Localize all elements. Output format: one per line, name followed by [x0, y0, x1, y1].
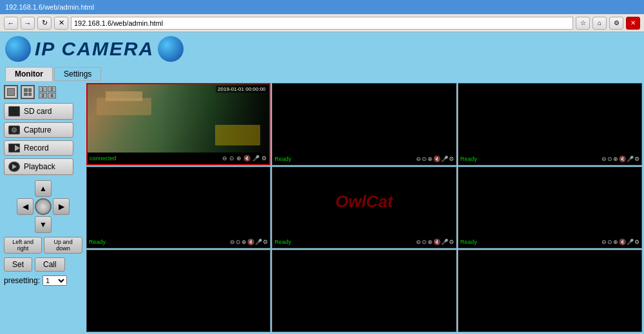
camera-cell-6[interactable]: Ready ⊖ ⊙ ⊕ 🔇 🎤 ⚙ — [458, 167, 642, 249]
tools-button[interactable]: ⚙ — [609, 17, 623, 30]
ctrl-gear-3[interactable]: ⚙ — [634, 156, 639, 162]
camera-controls-4: ⊖ ⊙ ⊕ 🔇 🎤 ⚙ — [230, 239, 268, 245]
up-down-button[interactable]: Up and down — [44, 237, 82, 254]
set-call-row: Set Call — [4, 257, 82, 272]
ptz-label-row: Left and right Up and down — [4, 237, 82, 254]
ctrl-circle-3[interactable]: ⊙ — [607, 156, 612, 162]
num-1[interactable]: 1 — [39, 86, 47, 92]
ctrl-mic-1[interactable]: 🎤 — [252, 155, 260, 162]
forward-button[interactable]: → — [21, 17, 35, 30]
ctrl-sound-2[interactable]: 🔇 — [433, 156, 440, 162]
bookmark-button[interactable]: ☆ — [576, 17, 590, 30]
camera-statusbar-3: Ready ⊖ ⊙ ⊕ 🔇 🎤 ⚙ — [459, 153, 641, 165]
set-button[interactable]: Set — [4, 257, 32, 272]
camera-cell-5[interactable]: OwlCat Ready ⊖ ⊙ ⊕ 🔇 🎤 ⚙ — [272, 167, 456, 249]
presetting-label: presetting: — [4, 276, 40, 285]
camera-feed-9 — [459, 250, 641, 320]
ctrl-mic-2[interactable]: 🎤 — [441, 156, 448, 162]
logo-text: IP CAMERA — [35, 38, 154, 60]
ptz-up-button[interactable]: ▲ — [35, 180, 52, 197]
camera-cell-3[interactable]: Ready ⊖ ⊙ ⊕ 🔇 🎤 ⚙ — [458, 83, 642, 165]
record-label: Record — [24, 144, 49, 153]
camera-statusbar-2: Ready ⊖ ⊙ ⊕ 🔇 🎤 ⚙ — [272, 153, 455, 165]
camera-feed-6 — [459, 167, 641, 237]
ctrl-plus-2[interactable]: ⊕ — [428, 156, 433, 162]
playback-button[interactable]: Playback — [4, 158, 73, 175]
timestamp-1: 2019-01-01 00:00:00 — [216, 86, 267, 93]
left-right-button[interactable]: Left and right — [4, 237, 42, 254]
num-2[interactable]: 2 — [48, 86, 56, 92]
browser-title-text: 192.168.1.6/web/admin.html — [5, 3, 94, 11]
main-content: 1 2 3 4 SD card Capture — [0, 81, 644, 334]
camera-icon — [8, 125, 20, 135]
single-view-btn[interactable] — [4, 85, 18, 99]
ctrl-minus-2[interactable]: ⊖ — [416, 156, 421, 162]
camera-feed-5: OwlCat — [272, 167, 455, 237]
watermark-5: OwlCat — [336, 192, 393, 212]
camera-feed-7 — [87, 250, 270, 320]
camera-status-4: Ready — [89, 239, 106, 245]
capture-label: Capture — [24, 125, 52, 135]
num-3[interactable]: 3 — [39, 93, 47, 98]
ctrl-minus-1[interactable]: ⊖ — [222, 155, 228, 162]
call-button[interactable]: Call — [35, 257, 65, 272]
camera-status-1: connected — [90, 155, 117, 162]
playback-icon — [8, 162, 20, 172]
ctrl-circle-1[interactable]: ⊙ — [229, 155, 235, 162]
playback-label: Playback — [24, 162, 55, 171]
ctrl-sound-3[interactable]: 🔇 — [619, 156, 626, 162]
back-button[interactable]: ← — [4, 17, 18, 30]
ctrl-circle-2[interactable]: ⊙ — [422, 156, 427, 162]
sd-card-button[interactable]: SD card — [4, 103, 73, 120]
camera-feed-1: 2019-01-01 00:00:00 — [88, 84, 269, 153]
home-button[interactable]: ⌂ — [592, 17, 607, 30]
ptz-left-button[interactable]: ◀ — [17, 198, 33, 215]
browser-titlebar: 192.168.1.6/web/admin.html — [0, 0, 644, 14]
camera-controls-6: ⊖ ⊙ ⊕ 🔇 🎤 ⚙ — [601, 239, 639, 245]
camera-cell-4[interactable]: Ready ⊖ ⊙ ⊕ 🔇 🎤 ⚙ — [86, 167, 270, 249]
sidebar: 1 2 3 4 SD card Capture — [2, 83, 84, 332]
tab-settings[interactable]: Settings — [54, 67, 101, 81]
camera-status-3: Ready — [460, 156, 477, 162]
camera-cell-1[interactable]: 2019-01-01 00:00:00 connected ⊖ ⊙ ⊕ 🔇 🎤 … — [86, 83, 270, 165]
camera-cell-7[interactable]: Ready — [86, 250, 270, 332]
ctrl-minus-3[interactable]: ⊖ — [601, 156, 607, 162]
address-bar[interactable] — [71, 17, 573, 30]
sd-card-label: SD card — [24, 107, 52, 116]
camera-controls-1: ⊖ ⊙ ⊕ 🔇 🎤 ⚙ — [222, 155, 267, 162]
camera-statusbar-4: Ready ⊖ ⊙ ⊕ 🔇 🎤 ⚙ — [87, 236, 270, 248]
stop-button[interactable]: ✕ — [54, 17, 68, 30]
tab-monitor[interactable]: Monitor — [5, 67, 53, 81]
ptz-down-row: ▼ — [35, 216, 52, 233]
record-icon — [8, 144, 20, 153]
camera-grid: 2019-01-01 00:00:00 connected ⊖ ⊙ ⊕ 🔇 🎤 … — [86, 83, 642, 332]
ptz-middle-row: ◀ ▶ — [17, 198, 70, 215]
camera-controls-5: ⊖ ⊙ ⊕ 🔇 🎤 ⚙ — [416, 239, 454, 245]
ctrl-sound-1[interactable]: 🔇 — [243, 155, 251, 162]
camera-cell-9[interactable]: Ready — [458, 250, 642, 332]
ctrl-mic-3[interactable]: 🎤 — [627, 156, 634, 162]
ctrl-gear-2[interactable]: ⚙ — [449, 156, 454, 162]
num-grid: 1 2 3 4 — [39, 86, 56, 98]
camera-statusbar-5: Ready ⊖ ⊙ ⊕ 🔇 🎤 ⚙ — [272, 236, 455, 248]
ptz-right-button[interactable]: ▶ — [53, 198, 70, 215]
ptz-controls: ▲ ◀ ▶ ▼ — [4, 180, 82, 233]
ctrl-plus-3[interactable]: ⊕ — [613, 156, 618, 162]
presetting-select[interactable]: 123 — [43, 275, 67, 286]
camera-cell-8[interactable]: Ready — [272, 250, 456, 332]
ptz-center[interactable] — [35, 198, 52, 215]
ptz-down-button[interactable]: ▼ — [35, 216, 52, 233]
camera-status-6: Ready — [460, 239, 477, 245]
grid-view-btn[interactable] — [21, 85, 35, 99]
reload-button[interactable]: ↻ — [37, 17, 52, 30]
ctrl-gear-1[interactable]: ⚙ — [261, 155, 267, 162]
ctrl-plus-1[interactable]: ⊕ — [236, 155, 242, 162]
camera-cell-2[interactable]: Ready ⊖ ⊙ ⊕ 🔇 🎤 ⚙ — [272, 83, 456, 165]
num-4[interactable]: 4 — [48, 93, 56, 98]
camera-statusbar-1: connected ⊖ ⊙ ⊕ 🔇 🎤 ⚙ — [88, 153, 269, 164]
capture-button[interactable]: Capture — [4, 122, 73, 138]
logo-globe-left — [5, 36, 31, 62]
close-button[interactable]: ✕ — [626, 17, 640, 30]
record-button[interactable]: Record — [4, 140, 73, 156]
logo-globe-right — [158, 36, 184, 62]
